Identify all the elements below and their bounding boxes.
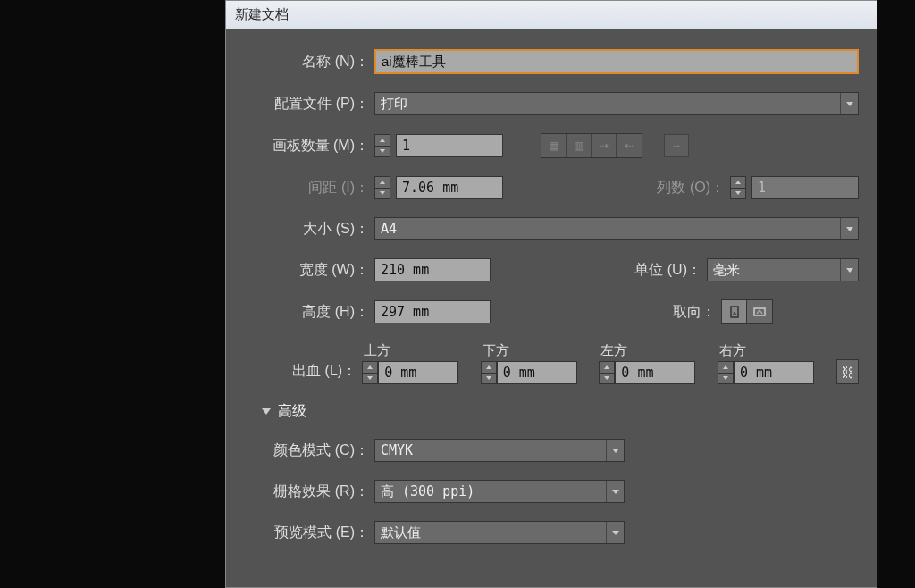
color-mode-label: 颜色模式 (C)： — [244, 441, 369, 460]
bleed-top: 上方 — [362, 342, 458, 384]
row-artboards: 画板数量 (M)： ▦ ▥ ⇢ ⇠ → — [244, 133, 859, 158]
bleed-left-spinner[interactable] — [599, 361, 615, 384]
spacing-label: 间距 (I)： — [244, 179, 369, 197]
chevron-down-icon — [606, 440, 624, 461]
bleed-bottom-spinner[interactable] — [481, 361, 497, 384]
artboard-layout-icons: ▦ ▥ ⇢ ⇠ — [541, 133, 642, 158]
row-width-units: 宽度 (W)： 单位 (U)： 毫米 — [244, 258, 859, 281]
size-dropdown[interactable]: A4 — [374, 217, 859, 240]
dialog-title: 新建文档 — [226, 1, 877, 29]
link-icon[interactable]: ⛓ — [836, 359, 859, 384]
preview-dropdown[interactable]: 默认值 — [374, 521, 625, 544]
columns-spinner[interactable] — [730, 176, 746, 199]
row-height-orient: 高度 (H)： 取向： — [244, 299, 859, 324]
chevron-down-icon — [606, 522, 624, 543]
bleed-top-label: 上方 — [362, 342, 458, 359]
bleed-bottom-input[interactable] — [497, 361, 577, 384]
portrait-icon[interactable] — [722, 300, 747, 323]
artboards-label: 画板数量 (M)： — [244, 137, 369, 155]
spacing-input[interactable] — [396, 176, 503, 199]
grid-row-icon[interactable]: ▦ — [541, 134, 567, 157]
row-ltr-icon[interactable]: ⇢ — [592, 134, 617, 157]
raster-dropdown[interactable]: 高 (300 ppi) — [374, 480, 625, 503]
chevron-down-icon — [840, 259, 858, 281]
name-label: 名称 (N)： — [244, 53, 369, 71]
advanced-label: 高级 — [278, 402, 306, 421]
bleed-right-label: 右方 — [718, 342, 814, 359]
units-dropdown[interactable]: 毫米 — [707, 258, 859, 281]
row-profile: 配置文件 (P)： 打印 — [244, 92, 859, 115]
size-label: 大小 (S)： — [244, 220, 369, 239]
arrow-right-icon[interactable]: → — [664, 134, 689, 157]
color-mode-dropdown[interactable]: CMYK — [374, 439, 625, 462]
columns-input — [751, 176, 859, 199]
preview-value: 默认值 — [381, 525, 421, 542]
profile-label: 配置文件 (P)： — [244, 95, 369, 113]
bleed-right-spinner[interactable] — [718, 361, 734, 384]
bleed-top-input[interactable] — [378, 361, 458, 384]
row-rtl-icon[interactable]: ⇠ — [617, 134, 642, 157]
bleed-bottom: 下方 — [481, 342, 577, 384]
row-size: 大小 (S)： A4 — [244, 217, 859, 240]
dialog-content: 名称 (N)： 配置文件 (P)： 打印 画板数量 (M)： ▦ ▥ ⇢ ⇠ — [226, 29, 877, 587]
bleed-right-input[interactable] — [734, 361, 814, 384]
artboards-spinner[interactable] — [374, 134, 390, 157]
row-spacing-columns: 间距 (I)： 列数 (O)： — [244, 176, 859, 199]
row-raster: 栅格效果 (R)： 高 (300 ppi) — [244, 480, 859, 503]
bleed-left-input[interactable] — [615, 361, 695, 384]
bleed-right: 右方 — [718, 342, 814, 384]
bleed-left-label: 左方 — [599, 342, 695, 359]
new-document-dialog: 新建文档 名称 (N)： 配置文件 (P)： 打印 画板数量 (M)： ▦ ▥ … — [225, 0, 877, 588]
profile-dropdown[interactable]: 打印 — [374, 92, 859, 115]
bleed-top-spinner[interactable] — [362, 361, 378, 384]
bleed-bottom-label: 下方 — [481, 342, 577, 359]
grid-col-icon[interactable]: ▥ — [567, 134, 592, 157]
chevron-down-icon — [840, 93, 858, 114]
height-label: 高度 (H)： — [244, 303, 369, 322]
height-input[interactable] — [374, 300, 491, 323]
orientation-label: 取向： — [653, 303, 716, 322]
bleed-label: 出血 (L)： — [244, 362, 357, 384]
preview-label: 预览模式 (E)： — [244, 524, 369, 542]
chevron-down-icon — [262, 408, 271, 415]
profile-value: 打印 — [381, 96, 407, 113]
color-mode-value: CMYK — [381, 442, 413, 458]
name-input[interactable] — [374, 49, 859, 74]
width-label: 宽度 (W)： — [244, 261, 369, 280]
artboards-input[interactable] — [396, 134, 503, 157]
landscape-icon[interactable] — [747, 300, 772, 323]
row-color-mode: 颜色模式 (C)： CMYK — [244, 439, 859, 462]
advanced-section-toggle[interactable]: 高级 — [262, 402, 859, 421]
size-value: A4 — [381, 221, 397, 237]
width-input[interactable] — [374, 258, 491, 281]
units-label: 单位 (U)： — [612, 261, 701, 280]
orientation-toggle — [721, 299, 773, 324]
row-name: 名称 (N)： — [244, 49, 859, 74]
row-bleed: 出血 (L)： 上方 下方 左方 — [244, 342, 859, 384]
bleed-left: 左方 — [599, 342, 695, 384]
spacing-spinner[interactable] — [374, 176, 390, 199]
chevron-down-icon — [840, 218, 858, 239]
columns-label: 列数 (O)： — [635, 179, 725, 197]
chevron-down-icon — [606, 481, 624, 502]
raster-label: 栅格效果 (R)： — [244, 483, 369, 501]
units-value: 毫米 — [713, 262, 740, 279]
row-preview: 预览模式 (E)： 默认值 — [244, 521, 859, 544]
raster-value: 高 (300 ppi) — [381, 483, 474, 500]
